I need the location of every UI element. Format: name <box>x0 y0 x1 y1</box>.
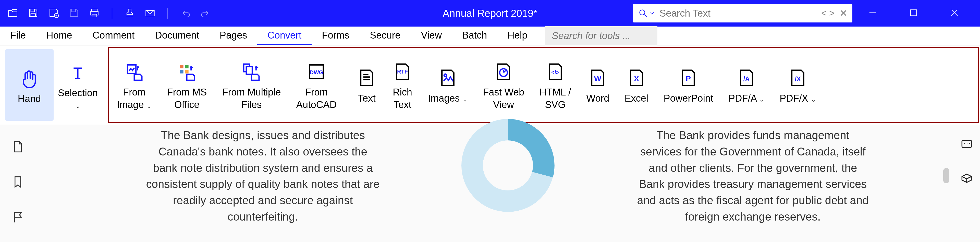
menu-forms[interactable]: Forms <box>312 27 360 45</box>
chevron-down-icon[interactable] <box>648 8 655 18</box>
svg-text:DWG: DWG <box>310 69 323 76</box>
redo-icon[interactable] <box>200 7 211 19</box>
svg-rect-5 <box>180 70 183 73</box>
powerpoint-icon: P <box>678 68 698 88</box>
donut-chart <box>457 115 559 217</box>
from-ms-office-button[interactable]: From MSOffice <box>159 56 215 114</box>
pdfa-label: PDF/A ⌄ <box>729 92 764 105</box>
save-as-icon[interactable] <box>48 7 59 19</box>
svg-text:X: X <box>634 75 639 83</box>
left-sidebar <box>0 124 36 242</box>
svg-point-1 <box>640 10 645 15</box>
search-input[interactable] <box>655 8 821 19</box>
menu-pages[interactable]: Pages <box>210 27 258 45</box>
svg-text:/A: /A <box>743 76 749 83</box>
save-disabled-icon <box>68 7 80 19</box>
pdfa-icon: /A <box>736 68 757 88</box>
from-autocad-button[interactable]: DWGFromAutoCAD <box>289 56 344 114</box>
from-ms-office-label: From MSOffice <box>167 86 207 111</box>
document-title: Annual Report 2019* <box>442 8 537 19</box>
from-image-label: FromImage ⌄ <box>117 86 151 111</box>
save-icon[interactable] <box>27 7 39 19</box>
from-autocad-label: FromAutoCAD <box>296 86 337 111</box>
menu-secure[interactable]: Secure <box>360 27 410 45</box>
flag-icon[interactable] <box>11 210 25 225</box>
svg-rect-2 <box>911 10 916 16</box>
hand-icon <box>19 69 40 89</box>
images-button[interactable]: Images ⌄ <box>420 56 475 114</box>
pdfx-icon: /X <box>788 68 808 88</box>
svg-rect-8 <box>246 67 252 74</box>
menu-document[interactable]: Document <box>145 27 209 45</box>
pdfa-button[interactable]: /APDF/A ⌄ <box>721 56 772 114</box>
from-image-icon <box>124 62 145 82</box>
rich-text-label: RichText <box>393 86 412 111</box>
menu-batch[interactable]: Batch <box>452 27 497 45</box>
close-button[interactable] <box>950 8 959 19</box>
open-icon[interactable] <box>7 7 18 19</box>
from-multiple-files-button[interactable]: From MultipleFiles <box>215 56 288 114</box>
text-button[interactable]: Text <box>349 56 385 114</box>
bookmark-icon[interactable] <box>11 175 25 190</box>
text-icon <box>356 68 377 88</box>
from-image-button[interactable]: FromImage ⌄ <box>109 56 159 114</box>
page-thumbnail-icon[interactable] <box>11 140 25 155</box>
menu-help[interactable]: Help <box>497 27 538 45</box>
from-autocad-icon: DWG <box>306 62 327 82</box>
highlighted-convert-group: FromImage ⌄From MSOfficeFrom MultipleFil… <box>108 47 979 123</box>
word-button[interactable]: WWord <box>579 56 617 114</box>
toolbox-icon[interactable] <box>959 170 974 186</box>
pdfx-button[interactable]: /XPDF/X ⌄ <box>772 56 824 114</box>
menu-convert[interactable]: Convert <box>257 27 312 45</box>
hand-label: Hand <box>18 93 41 105</box>
tool-search[interactable] <box>545 26 657 45</box>
comment-icon[interactable] <box>959 137 974 153</box>
html-svg-button[interactable]: </>HTML /SVG <box>532 56 579 114</box>
right-sidebar <box>959 137 974 186</box>
from-multiple-files-icon <box>241 62 262 82</box>
selection-tool[interactable]: Selection⌄ <box>54 49 102 121</box>
svg-text:W: W <box>594 75 601 83</box>
menu-home[interactable]: Home <box>36 27 82 45</box>
window-controls <box>868 8 980 19</box>
page-view[interactable]: The Bank designs, issues and distributes… <box>36 124 980 242</box>
from-ms-office-icon <box>177 62 197 82</box>
svg-text:/X: /X <box>795 76 801 83</box>
svg-text:RTF: RTF <box>397 68 408 75</box>
maximize-button[interactable] <box>908 8 919 19</box>
fast-web-view-button[interactable]: Fast WebView <box>475 56 532 114</box>
stamp-icon[interactable] <box>124 7 135 19</box>
search-box[interactable]: < > ✕ <box>633 4 853 22</box>
powerpoint-label: PowerPoint <box>663 92 713 105</box>
hand-tool[interactable]: Hand <box>5 49 54 121</box>
excel-button[interactable]: XExcel <box>617 56 656 114</box>
html-svg-icon: </> <box>545 62 566 82</box>
powerpoint-button[interactable]: PPowerPoint <box>656 56 721 114</box>
search-icon <box>638 8 648 18</box>
tool-search-input[interactable] <box>545 26 657 45</box>
svg-rect-21 <box>962 140 971 148</box>
excel-icon: X <box>626 68 647 88</box>
word-icon: W <box>587 68 608 88</box>
rich-text-icon: RTF <box>392 62 413 82</box>
minimize-button[interactable] <box>868 8 878 19</box>
menu-bar: FileHomeCommentDocumentPagesConvertForms… <box>0 27 980 45</box>
scrollbar-thumb[interactable] <box>943 168 950 183</box>
title-bar: Annual Report 2019* < > ✕ <box>0 0 980 27</box>
rich-text-button[interactable]: RTFRichText <box>385 56 420 114</box>
undo-icon[interactable] <box>180 7 191 19</box>
svg-rect-4 <box>185 65 189 68</box>
print-icon[interactable] <box>89 7 100 19</box>
body-text-left: The Bank designs, issues and distributes… <box>145 127 380 225</box>
menu-view[interactable]: View <box>410 27 452 45</box>
svg-rect-6 <box>185 70 189 73</box>
from-multiple-files-label: From MultipleFiles <box>222 86 281 111</box>
text-label: Text <box>358 92 375 105</box>
svg-point-12 <box>444 74 447 76</box>
qat-separator-2 <box>167 8 168 19</box>
search-nav[interactable]: < > ✕ <box>821 8 847 19</box>
menu-comment[interactable]: Comment <box>83 27 145 45</box>
menu-file[interactable]: File <box>0 27 36 45</box>
mail-icon[interactable] <box>145 7 156 19</box>
html-svg-label: HTML /SVG <box>539 86 571 111</box>
